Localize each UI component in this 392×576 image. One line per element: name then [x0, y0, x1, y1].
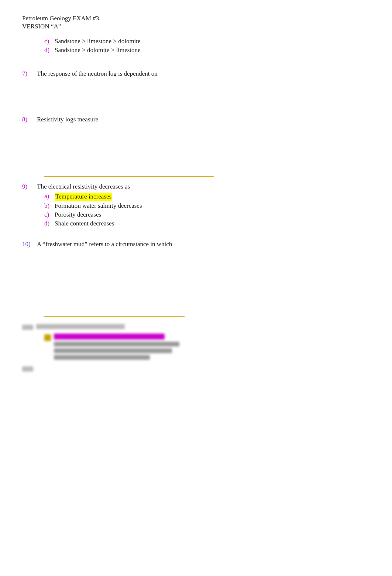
- blurred-text-3: [54, 355, 150, 360]
- blurred-section: [22, 324, 370, 372]
- blurred-q-text: [36, 324, 125, 329]
- divider-after-10: [44, 316, 185, 317]
- question-8-section: 8) Resistivity logs measure: [22, 116, 370, 170]
- answer-9d-label: d): [44, 220, 55, 227]
- exam-title: Petroleum Geology EXAM #3: [22, 15, 370, 22]
- list-item: c) Porosity decreases: [44, 211, 370, 218]
- exam-version: VERSION “A”: [22, 23, 370, 30]
- list-item: a) Temperature increases: [44, 193, 370, 201]
- answer-9b-label: b): [44, 202, 55, 210]
- question-9-text: The electrical resistivity decreases as: [37, 183, 130, 190]
- question-9-answers: a) Temperature increases b) Formation wa…: [44, 193, 370, 227]
- list-item: c) Sandstone > limestone > dolomite: [44, 38, 370, 45]
- blank-space-7: [22, 80, 370, 109]
- list-item: b) Formation water salinity decreases: [44, 202, 370, 210]
- blurred-q-num: [22, 325, 33, 330]
- blurred-text-1: [54, 342, 179, 346]
- question-10-row: 10) A “freshwater mud” refers to a circu…: [22, 241, 370, 248]
- answer-9a-label: a): [44, 193, 55, 200]
- question-10-number: 10): [22, 241, 37, 248]
- answer-9d-text: Shale content decreases: [55, 220, 114, 227]
- answer-d-text: Sandstone > dolomite > limestone: [55, 46, 141, 54]
- divider-after-8: [44, 176, 214, 177]
- answer-9b-text: Formation water salinity decreases: [55, 202, 142, 210]
- answer-9c-text: Porosity decreases: [55, 211, 101, 218]
- question-7-section: 7) The response of the neutron log is de…: [22, 55, 370, 109]
- question-9-row: 9) The electrical resistivity decreases …: [22, 183, 370, 190]
- question-8-row: 8) Resistivity logs measure: [22, 116, 370, 123]
- blurred-answer-label-bar: [44, 334, 51, 341]
- question-9-number: 9): [22, 183, 37, 190]
- blank-space-8: [22, 125, 370, 155]
- list-item: d) Sandstone > dolomite > limestone: [44, 46, 370, 54]
- answer-9a-text: Temperature increases: [55, 193, 112, 201]
- list-item: d) Shale content decreases: [44, 220, 370, 227]
- answer-c-text: Sandstone > limestone > dolomite: [55, 38, 141, 45]
- question-7-number: 7): [22, 70, 37, 77]
- question-8-number: 8): [22, 116, 37, 123]
- question-7-text: The response of the neutron log is depen…: [37, 70, 158, 77]
- answer-c-label: c): [44, 38, 55, 45]
- blurred-answers: [44, 334, 370, 360]
- question-10-section: 10) A “freshwater mud” refers to a circu…: [22, 234, 370, 309]
- blurred-page-label: [22, 366, 33, 372]
- blurred-magenta-highlight: [54, 334, 165, 339]
- question-10-text: A “freshwater mud” refers to a circumsta…: [37, 241, 172, 248]
- blank-space-8b: [22, 155, 370, 170]
- prev-answers: c) Sandstone > limestone > dolomite d) S…: [44, 38, 370, 54]
- question-8-text: Resistivity logs measure: [37, 116, 98, 123]
- blurred-text-2: [54, 348, 172, 353]
- question-9-section: 9) The electrical resistivity decreases …: [22, 183, 370, 227]
- answer-d-label: d): [44, 46, 55, 54]
- answer-9c-label: c): [44, 211, 55, 218]
- header: Petroleum Geology EXAM #3 VERSION “A”: [22, 15, 370, 30]
- question-7-row: 7) The response of the neutron log is de…: [22, 70, 370, 77]
